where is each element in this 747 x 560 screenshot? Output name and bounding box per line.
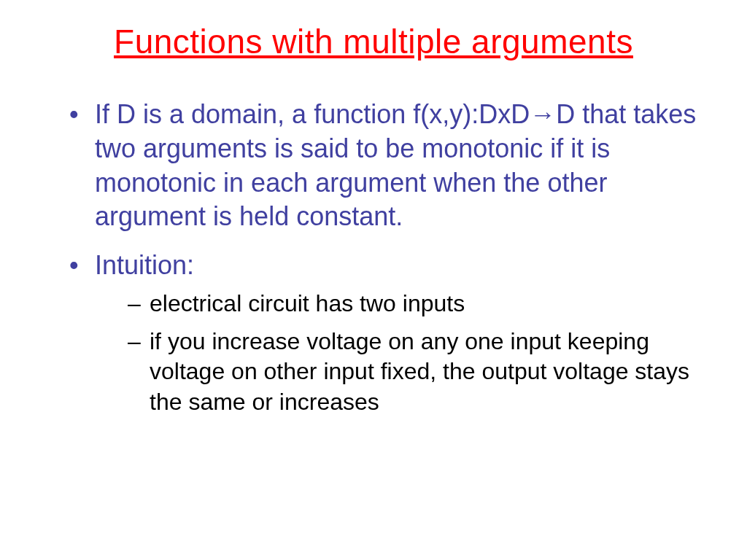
main-bullet-list: If D is a domain, a function f(x,y):DxD→…	[44, 98, 703, 417]
bullet-item-intuition: Intuition: electrical circuit has two in…	[73, 249, 703, 417]
sub-item-voltage: if you increase voltage on any one input…	[131, 327, 703, 418]
slide-title: Functions with multiple arguments	[44, 22, 703, 61]
bullet-item-monotonic: If D is a domain, a function f(x,y):DxD→…	[73, 98, 703, 234]
sub-item-text: electrical circuit has two inputs	[150, 290, 465, 316]
right-arrow-icon: →	[530, 99, 556, 129]
sub-item-circuit: electrical circuit has two inputs	[131, 289, 703, 319]
bullet-text-before-arrow: If D is a domain, a function f(x,y):DxD	[95, 99, 530, 129]
sub-bullet-list: electrical circuit has two inputs if you…	[95, 289, 703, 417]
bullet-text-intuition: Intuition:	[95, 250, 194, 280]
sub-item-text: if you increase voltage on any one input…	[150, 328, 689, 415]
